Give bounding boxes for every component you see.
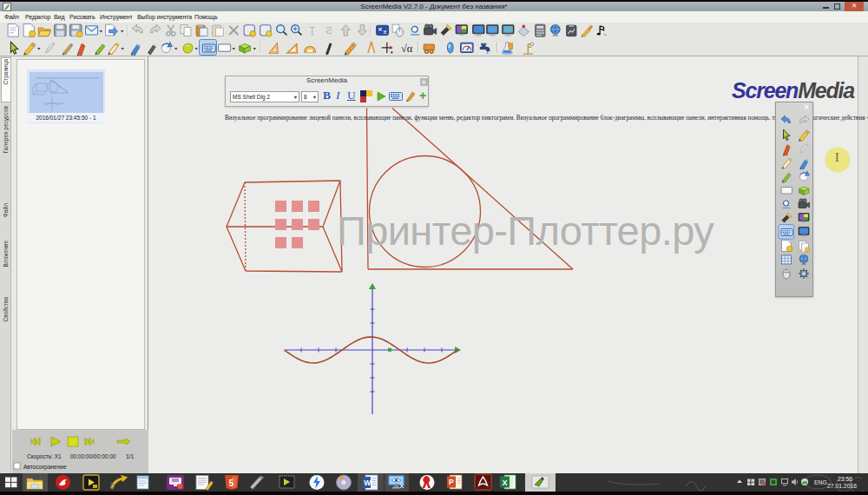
svg-text:27.01.2016: 27.01.2016: [827, 483, 857, 489]
svg-text:X: X: [503, 478, 508, 487]
svg-text:P: P: [449, 478, 454, 486]
svg-text:ENG: ENG: [814, 479, 827, 485]
svg-text:5: 5: [229, 478, 234, 488]
svg-text:W: W: [364, 478, 372, 487]
